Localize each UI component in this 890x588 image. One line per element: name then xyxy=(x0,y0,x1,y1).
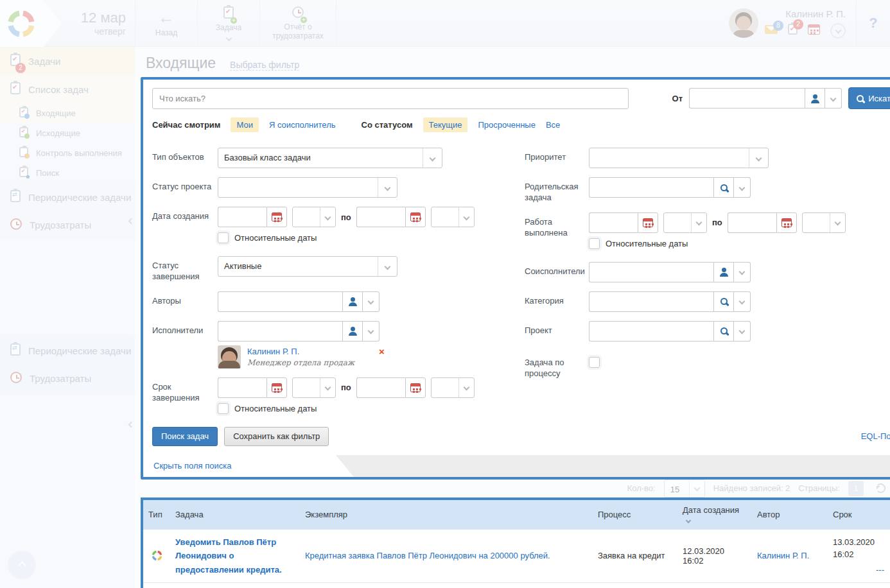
from-dropdown-button[interactable] xyxy=(825,88,842,108)
back-button[interactable]: ← Назад xyxy=(135,0,197,46)
sidebar-item-task-list[interactable]: ✔ Список задач xyxy=(0,75,135,103)
date-input[interactable] xyxy=(356,377,405,398)
search-tasks-button[interactable]: Поиск задач xyxy=(152,427,218,446)
due-extra-link[interactable]: --- xyxy=(833,564,884,576)
user-avatar[interactable] xyxy=(729,8,758,38)
user-menu-button[interactable] xyxy=(830,23,846,39)
new-task-button[interactable]: ✔ + Задача xyxy=(198,0,259,46)
dropdown-button[interactable] xyxy=(734,177,751,198)
time-select[interactable] xyxy=(802,212,846,233)
time-select[interactable] xyxy=(292,377,336,398)
eql-search-link[interactable]: EQL-Поиск xyxy=(861,431,890,441)
object-type-select[interactable]: Базовый класс задачи xyxy=(218,148,442,168)
dropdown-button[interactable] xyxy=(691,213,706,232)
select-user-button[interactable] xyxy=(342,291,363,312)
column-task[interactable]: Задача xyxy=(170,500,300,530)
sidebar-item-tasks[interactable]: ✔ 2 Задачи xyxy=(0,47,135,75)
scroll-to-top-button[interactable] xyxy=(8,551,36,579)
coexecutors-input[interactable] xyxy=(589,262,713,282)
choose-filter-link[interactable]: Выбрать фильтр xyxy=(230,60,299,71)
relative-dates-toggle[interactable]: Относительные даты xyxy=(218,403,475,414)
messages-button[interactable]: 8 xyxy=(765,25,778,37)
date-input[interactable] xyxy=(589,212,638,233)
relative-dates-checkbox[interactable] xyxy=(218,232,229,243)
date-input[interactable] xyxy=(356,207,405,227)
relative-dates-checkbox[interactable] xyxy=(218,403,229,414)
calendar-button[interactable] xyxy=(808,24,820,37)
time-select[interactable] xyxy=(431,207,475,227)
dropdown-button[interactable] xyxy=(734,321,751,342)
author-link[interactable]: Калинин Р. П. xyxy=(757,551,809,560)
date-picker-button[interactable] xyxy=(266,207,287,227)
sidebar-item-outbox[interactable]: ✔ Исходящие xyxy=(0,123,135,143)
dropdown-button[interactable] xyxy=(458,378,474,397)
date-picker-button[interactable] xyxy=(638,212,658,233)
filter-chip-my[interactable]: Мои xyxy=(231,117,258,132)
time-select[interactable] xyxy=(292,207,336,227)
category-input[interactable] xyxy=(589,291,713,312)
search-button[interactable]: Искать xyxy=(848,87,890,109)
sidebar-collapse-handle[interactable] xyxy=(129,219,134,223)
completion-status-select[interactable]: Активные xyxy=(218,256,397,277)
priority-select[interactable] xyxy=(589,148,769,168)
relative-dates-checkbox[interactable] xyxy=(589,238,600,249)
column-process[interactable]: Процесс xyxy=(593,500,677,530)
help-button[interactable]: ? xyxy=(857,0,890,46)
dropdown-button[interactable] xyxy=(378,257,397,276)
my-tasks-button[interactable]: ✔ 2 xyxy=(788,24,798,37)
column-instance[interactable]: Экземпляр xyxy=(300,500,593,530)
lookup-button[interactable] xyxy=(713,321,734,342)
remove-executor-button[interactable]: × xyxy=(379,345,385,368)
dropdown-button[interactable] xyxy=(423,148,442,168)
column-due[interactable]: Срок xyxy=(828,500,889,530)
sidebar-item-search[interactable]: ✔ Поиск xyxy=(0,163,135,183)
dropdown-button[interactable] xyxy=(749,148,768,168)
date-input[interactable] xyxy=(218,377,266,398)
sidebar-collapse-handle-2[interactable] xyxy=(129,422,134,427)
dropdown-button[interactable] xyxy=(458,207,474,227)
dropdown-button[interactable] xyxy=(734,291,751,312)
executor-name-link[interactable]: Калинин Р. П. xyxy=(247,347,354,356)
save-as-filter-button[interactable]: Сохранить как фильтр xyxy=(224,427,329,446)
timesheet-report-button[interactable]: + Отчёт о трудозатратах xyxy=(260,0,336,46)
hide-search-fields-link[interactable]: Скрыть поля поиска xyxy=(153,461,231,471)
time-select[interactable] xyxy=(431,377,475,398)
relative-dates-toggle[interactable]: Относительные даты xyxy=(218,232,475,243)
column-created[interactable]: Дата создания xyxy=(677,500,752,530)
lookup-button[interactable] xyxy=(713,291,734,312)
process-task-checkbox[interactable] xyxy=(589,357,600,368)
date-input[interactable] xyxy=(728,212,776,233)
date-picker-button[interactable] xyxy=(776,212,797,233)
select-user-button[interactable] xyxy=(713,262,734,282)
page-size-select[interactable]: 15 xyxy=(664,480,705,497)
dropdown-button[interactable] xyxy=(830,213,845,232)
dropdown-button[interactable] xyxy=(320,207,335,227)
select-user-button[interactable] xyxy=(342,321,363,342)
project-input[interactable] xyxy=(589,321,713,342)
dropdown-button[interactable] xyxy=(689,480,704,497)
filter-chip-all[interactable]: Все xyxy=(546,120,560,130)
from-user-input[interactable] xyxy=(689,88,805,108)
executors-input[interactable] xyxy=(218,321,342,342)
filter-chip-coexecutor[interactable]: Я соисполнитель xyxy=(269,120,336,130)
filter-chip-overdue[interactable]: Просроченные xyxy=(478,120,535,130)
parent-task-input[interactable] xyxy=(589,177,713,198)
sidebar-item-inbox[interactable]: ✔ Входящие xyxy=(0,103,135,123)
column-type[interactable]: Тип xyxy=(143,500,170,530)
date-input[interactable] xyxy=(218,207,266,227)
authors-input[interactable] xyxy=(218,291,342,312)
date-picker-button[interactable] xyxy=(266,377,287,398)
dropdown-button[interactable] xyxy=(734,262,751,282)
app-logo[interactable] xyxy=(0,0,62,47)
time-select[interactable] xyxy=(663,212,707,233)
filter-chip-current[interactable]: Текущие xyxy=(423,117,468,132)
select-user-button[interactable] xyxy=(805,88,825,108)
project-status-select[interactable] xyxy=(218,177,397,198)
sidebar-item-timesheets-2[interactable]: Трудозатраты xyxy=(0,365,135,392)
sidebar-item-recurring-tasks[interactable]: ⇄ Периодические задачи xyxy=(0,183,135,211)
relative-dates-toggle[interactable]: Относительные даты xyxy=(589,238,846,249)
refresh-button[interactable] xyxy=(872,480,889,497)
sidebar-item-control[interactable]: Контроль выполнения xyxy=(0,143,135,163)
instance-link[interactable]: Кредитная заявка Павлов Пётр Леонидович … xyxy=(305,551,550,560)
dropdown-button[interactable] xyxy=(363,291,380,312)
